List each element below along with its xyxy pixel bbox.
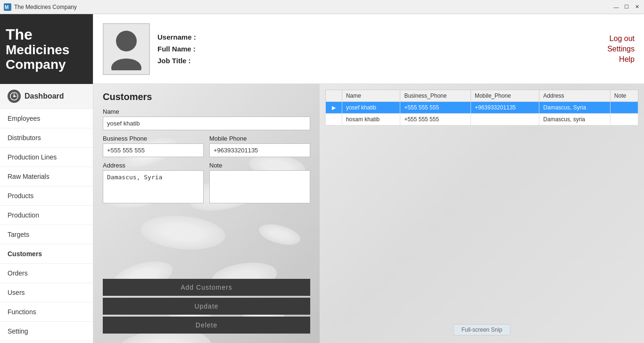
sidebar-item-production[interactable]: Production	[0, 206, 93, 225]
app-icon: M	[4, 3, 11, 11]
page-content: Customers Name Business Phone Mobile Pho…	[93, 84, 644, 343]
svg-text:M: M	[5, 5, 8, 10]
update-button[interactable]: Update	[103, 298, 310, 315]
logo-line1: The	[6, 26, 69, 43]
sidebar-logo: The Medicines Company	[0, 14, 93, 84]
fullname-field: Full Name :	[157, 45, 196, 53]
sidebar-item-employees[interactable]: Employees	[0, 109, 93, 128]
note-group: Note	[209, 162, 310, 205]
sidebar-item-label-distributors: Distributors	[8, 134, 41, 142]
sidebar-item-label-production-lines: Production Lines	[8, 153, 57, 161]
address-label: Address	[103, 162, 204, 169]
sidebar-item-setting[interactable]: Setting	[0, 322, 93, 341]
maximize-button[interactable]: ☐	[623, 4, 630, 10]
jobtitle-field: Job Title :	[157, 57, 196, 65]
sidebar-nav: Dashboard Employees Distributors Product…	[0, 84, 93, 341]
customers-table: Name Business_Phone Mobile_Phone Address…	[325, 90, 638, 125]
header-bar: Username : Full Name : Job Title : Log o…	[93, 14, 644, 84]
form-panel: Customers Name Business Phone Mobile Pho…	[93, 84, 320, 343]
table-panel: Name Business_Phone Mobile_Phone Address…	[320, 84, 644, 343]
sidebar-item-label-users: Users	[8, 289, 25, 296]
sidebar-item-functions[interactable]: Functions	[0, 302, 93, 322]
dashboard-icon	[8, 90, 21, 103]
sidebar-item-label-setting: Setting	[8, 327, 28, 335]
business-phone-group: Business Phone	[103, 135, 204, 157]
table-row[interactable]: hosam khatib +555 555 555 Damascus, syri…	[326, 114, 638, 125]
sidebar-item-label-employees: Employees	[8, 115, 40, 122]
col-business-phone[interactable]: Business_Phone	[400, 90, 471, 102]
header-fields: Username : Full Name : Job Title :	[157, 33, 196, 65]
row-indicator	[326, 114, 342, 125]
table-row[interactable]: ▶ yosef khatib +555 555 555 +96393320113…	[326, 102, 638, 114]
logo-line2: Medicines	[6, 43, 69, 58]
row-mobile-phone: +963933201135	[471, 102, 539, 114]
row-business-phone: +555 555 555	[400, 114, 471, 125]
form-buttons: Add Customers Update Delete	[103, 279, 310, 334]
row-mobile-phone	[471, 114, 539, 125]
sidebar: The Medicines Company Dashboard Employee…	[0, 14, 93, 343]
sidebar-item-label-orders: Orders	[8, 269, 28, 277]
business-phone-label: Business Phone	[103, 135, 204, 142]
phone-row: Business Phone Mobile Phone	[103, 135, 310, 162]
sidebar-item-label-raw-materials: Raw Materials	[8, 173, 50, 180]
sidebar-item-targets[interactable]: Targets	[0, 225, 93, 244]
sidebar-item-production-lines[interactable]: Production Lines	[0, 148, 93, 167]
delete-button[interactable]: Delete	[103, 317, 310, 334]
svg-point-6	[116, 31, 137, 51]
note-input[interactable]	[209, 170, 310, 203]
address-input[interactable]	[103, 170, 204, 203]
mobile-phone-group: Mobile Phone	[209, 135, 310, 157]
add-customers-button[interactable]: Add Customers	[103, 279, 310, 296]
username-field: Username :	[157, 33, 196, 41]
row-note	[610, 102, 638, 114]
sidebar-item-users[interactable]: Users	[0, 283, 93, 302]
sidebar-item-label-functions: Functions	[8, 308, 36, 316]
col-address[interactable]: Address	[539, 90, 610, 102]
sidebar-item-dashboard[interactable]: Dashboard	[0, 84, 93, 109]
col-mobile-phone[interactable]: Mobile_Phone	[471, 90, 539, 102]
logo-line3: Company	[6, 58, 69, 72]
sidebar-item-label-targets: Targets	[8, 231, 29, 238]
row-address: Damascus, Syria	[539, 102, 610, 114]
sidebar-item-raw-materials[interactable]: Raw Materials	[0, 167, 93, 186]
col-note[interactable]: Note	[610, 90, 638, 102]
address-group: Address	[103, 162, 204, 205]
header-profile: Username : Full Name : Job Title :	[103, 23, 196, 75]
minimize-button[interactable]: —	[613, 4, 619, 10]
name-label: Name	[103, 108, 310, 115]
svg-point-5	[13, 95, 15, 97]
fullname-label: Full Name :	[157, 45, 196, 53]
main-layout: The Medicines Company Dashboard Employee…	[0, 14, 644, 343]
address-note-row: Address Note	[103, 162, 310, 209]
row-name: hosam khatib	[342, 114, 400, 125]
sidebar-item-label-production: Production	[8, 211, 39, 219]
window-controls: — ☐ ✕	[613, 4, 640, 10]
svg-point-7	[111, 59, 141, 70]
close-button[interactable]: ✕	[634, 4, 640, 10]
mobile-phone-input[interactable]	[209, 143, 310, 157]
username-label: Username :	[157, 33, 196, 41]
sidebar-item-products[interactable]: Products	[0, 186, 93, 206]
title-bar: M The Medicines Company — ☐ ✕	[0, 0, 644, 14]
row-note	[610, 114, 638, 125]
fullscreen-snip-button[interactable]: Full-screen Snip	[454, 324, 511, 335]
row-business-phone: +555 555 555	[400, 102, 471, 114]
mobile-phone-label: Mobile Phone	[209, 135, 310, 142]
business-phone-input[interactable]	[103, 143, 204, 157]
sidebar-item-label-products: Products	[8, 192, 33, 200]
col-indicator	[326, 90, 342, 102]
sidebar-item-distributors[interactable]: Distributors	[0, 128, 93, 148]
logout-link[interactable]: Log out	[610, 34, 635, 43]
sidebar-item-label-dashboard: Dashboard	[25, 92, 64, 100]
sidebar-item-orders[interactable]: Orders	[0, 264, 93, 283]
sidebar-item-customers[interactable]: Customers	[0, 244, 93, 264]
sidebar-item-label-customers: Customers	[8, 250, 42, 258]
app-title: The Medicines Company	[14, 4, 613, 10]
content-area: Username : Full Name : Job Title : Log o…	[93, 14, 644, 343]
row-indicator: ▶	[326, 102, 342, 114]
col-name[interactable]: Name	[342, 90, 400, 102]
name-input[interactable]	[103, 117, 310, 130]
help-link[interactable]: Help	[619, 55, 635, 64]
header-actions: Log out Settings Help	[607, 34, 635, 64]
settings-link[interactable]: Settings	[607, 45, 635, 53]
